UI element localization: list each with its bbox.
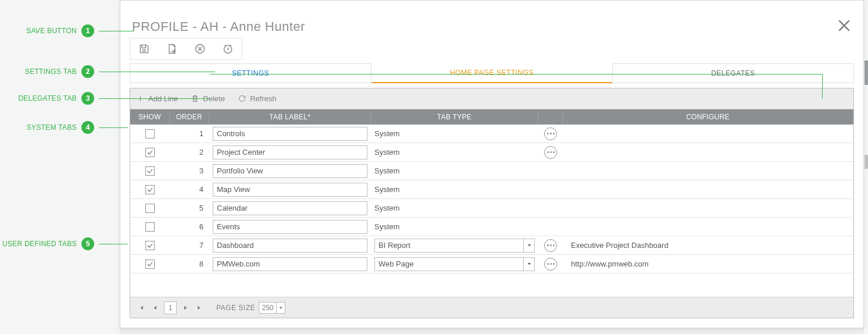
tab-label-input[interactable] (213, 164, 367, 178)
page-arrow-icon (166, 43, 178, 55)
callout-label: SETTINGS TAB (0, 67, 81, 76)
order-cell: 3 (170, 162, 209, 180)
callout-label: SYSTEM TABS (0, 123, 81, 132)
tab-type-dropdown-button[interactable] (523, 239, 535, 253)
configure-cell (563, 218, 853, 236)
pager-next[interactable] (180, 301, 191, 314)
grid-toolbar: Add Line Delete Refresh (130, 88, 853, 109)
show-checkbox[interactable] (145, 185, 155, 194)
table-row[interactable]: 5System (130, 199, 853, 218)
table-row[interactable]: 6System (130, 218, 853, 236)
callout-system-tabs: SYSTEM TABS 4 (0, 121, 94, 134)
row-actions-button[interactable] (544, 239, 557, 252)
callout-badge: 4 (81, 121, 94, 134)
tab-delegates[interactable]: DELEGATES (612, 63, 854, 83)
callout-label: DELEGATES TAB (0, 94, 81, 102)
configure-cell (563, 125, 853, 143)
tab-home-page-settings[interactable]: HOME PAGE SETTINGS (372, 63, 612, 83)
table-row[interactable]: 1System (130, 125, 853, 143)
col-tab-label[interactable]: TAB LABEL* (209, 109, 371, 125)
callout-line (99, 127, 128, 128)
tab-type-text: System (374, 204, 399, 212)
row-actions-button[interactable] (544, 146, 557, 159)
tab-type-text: System (374, 166, 399, 175)
show-checkbox[interactable] (145, 204, 155, 213)
next-icon (182, 304, 189, 311)
table-row[interactable]: 7BI ReportExecutive Project Dashboard (130, 236, 853, 255)
scrollbar-thumb[interactable] (865, 155, 868, 169)
tab-label-input[interactable] (213, 220, 367, 234)
configure-cell: Executive Project Dashboard (563, 236, 853, 254)
col-tab-type[interactable]: TAB TYPE (371, 109, 538, 125)
save-next-button[interactable] (158, 38, 186, 59)
caret-down-icon (527, 261, 532, 267)
refresh-button[interactable]: Refresh (238, 94, 277, 103)
callout-badge: 1 (81, 24, 94, 37)
check-icon (147, 186, 153, 193)
tab-label-input[interactable] (213, 183, 367, 197)
tab-type-select[interactable]: Web Page (374, 257, 535, 271)
home-page-tabs-grid: Add Line Delete Refresh SHOW ORDER TAB L… (130, 88, 854, 318)
callout-user-defined-tabs: USER DEFINED TABS 5 (0, 237, 94, 250)
callout-line (99, 31, 134, 31)
scrollbar-thumb[interactable] (865, 61, 868, 85)
callout-badge: 5 (81, 237, 94, 250)
callout-label: SAVE BUTTON (0, 27, 81, 35)
show-checkbox[interactable] (145, 222, 155, 232)
tab-label-input[interactable] (213, 127, 367, 141)
show-checkbox[interactable] (145, 148, 155, 157)
cancel-button[interactable] (186, 38, 214, 59)
table-row[interactable]: 8Web Pagehttp://www.pmweb.com (130, 255, 853, 273)
table-row[interactable]: 4System (130, 180, 853, 199)
pager-last[interactable] (194, 301, 205, 314)
profile-modal: PROFILE - AH - Anne Hunter SETTINGS HOME… (120, 0, 864, 328)
callout-line (99, 72, 215, 72)
check-icon (147, 242, 153, 249)
callout-line (210, 74, 823, 74)
pager-prev[interactable] (150, 301, 160, 314)
callout-label: USER DEFINED TABS (0, 240, 81, 248)
configure-cell (563, 162, 853, 180)
show-checkbox[interactable] (145, 241, 155, 250)
tab-label-input[interactable] (213, 145, 367, 159)
col-show[interactable]: SHOW (130, 109, 170, 125)
check-icon (147, 261, 153, 268)
page-size-dropdown-button[interactable] (276, 302, 285, 314)
tab-label-input[interactable] (213, 257, 367, 271)
table-row[interactable]: 3System (130, 162, 853, 180)
close-icon (837, 18, 852, 33)
col-configure[interactable]: CONFIGURE (563, 109, 853, 125)
row-actions-button[interactable] (544, 127, 557, 140)
tab-type-value: BI Report (374, 239, 523, 253)
tab-label-input[interactable] (213, 201, 367, 215)
save-button[interactable] (130, 38, 158, 59)
tab-type-text: System (374, 222, 399, 231)
refresh-label: Refresh (250, 94, 277, 103)
prev-icon (152, 304, 159, 311)
tab-type-select[interactable]: BI Report (374, 239, 535, 253)
show-checkbox[interactable] (145, 129, 155, 138)
tab-type-dropdown-button[interactable] (523, 257, 535, 271)
show-checkbox[interactable] (145, 260, 155, 269)
clock-button[interactable] (214, 38, 242, 59)
row-actions-button[interactable] (544, 258, 557, 271)
close-button[interactable] (835, 17, 853, 34)
configure-cell (563, 180, 853, 198)
grid-pager: 1 PAGE SIZE 250 (130, 297, 853, 318)
table-row[interactable]: 2System (130, 143, 853, 162)
tab-type-value: Web Page (374, 257, 523, 271)
page-size-select[interactable]: 250 (259, 302, 285, 314)
callout-badge: 2 (81, 65, 94, 78)
configure-cell (563, 199, 853, 217)
show-checkbox[interactable] (145, 166, 155, 176)
tab-label-input[interactable] (213, 239, 367, 253)
first-icon (138, 304, 145, 311)
refresh-icon (238, 94, 247, 103)
callout-line (822, 74, 823, 98)
tab-settings[interactable]: SETTINGS (130, 63, 372, 83)
col-order[interactable]: ORDER (170, 109, 209, 125)
background-strip (120, 328, 864, 334)
page-size-value: 250 (259, 302, 276, 314)
pager-first[interactable] (136, 301, 147, 314)
pager-page-number[interactable]: 1 (164, 301, 177, 314)
